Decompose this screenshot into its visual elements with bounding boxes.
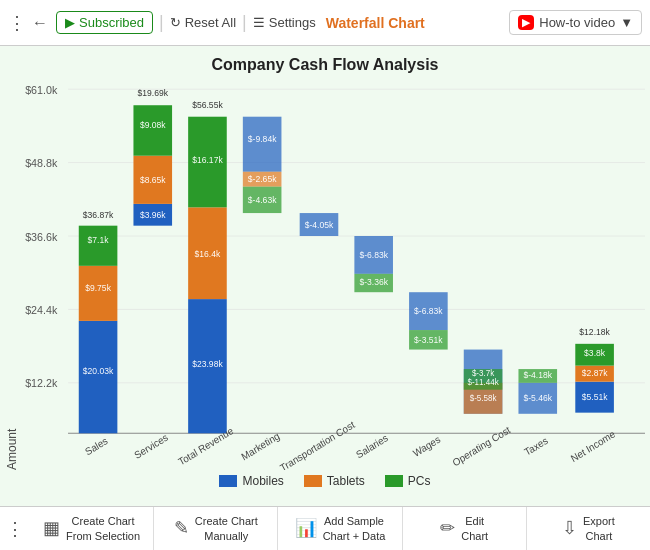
svg-text:$-2.65k: $-2.65k — [248, 174, 277, 184]
btn2-label: Create ChartManually — [195, 514, 258, 543]
svg-text:Marketing: Marketing — [239, 430, 281, 462]
chart-svg: $61.0k $48.8k $36.6k $24.4k $12.2k $20.0… — [23, 80, 645, 470]
svg-text:Taxes: Taxes — [522, 435, 549, 458]
svg-text:Sales: Sales — [83, 435, 109, 458]
svg-text:$-11.44k: $-11.44k — [467, 377, 499, 387]
svg-text:$16.17k: $16.17k — [192, 154, 223, 164]
subscribed-icon: ▶ — [65, 15, 75, 30]
svg-text:Services: Services — [132, 431, 169, 461]
svg-text:$36.6k: $36.6k — [25, 230, 58, 242]
svg-text:$61.0k: $61.0k — [25, 83, 58, 95]
svg-text:$-4.05k: $-4.05k — [305, 220, 334, 230]
mobiles-swatch — [219, 475, 237, 487]
tablets-swatch — [304, 475, 322, 487]
svg-text:$20.03k: $20.03k — [83, 365, 114, 375]
svg-text:$12.18k: $12.18k — [579, 326, 610, 336]
svg-text:$3.8k: $3.8k — [584, 348, 606, 358]
btn4-label: EditChart — [461, 514, 488, 543]
chevron-down-icon: ▼ — [620, 15, 633, 30]
svg-text:Transportation Cost: Transportation Cost — [278, 419, 357, 470]
svg-text:$5.51k: $5.51k — [582, 392, 608, 402]
settings-label: Settings — [269, 15, 316, 30]
svg-text:$24.4k: $24.4k — [25, 304, 58, 316]
sales-tablets — [79, 266, 118, 321]
chart-type-label: Waterfall Chart — [326, 15, 425, 31]
svg-text:$-4.63k: $-4.63k — [248, 194, 277, 204]
edit-icon: ✏ — [440, 517, 455, 540]
svg-text:$-5.46k: $-5.46k — [523, 393, 552, 403]
btn1-label: Create ChartFrom Selection — [66, 514, 140, 543]
chart-add-icon: 📊 — [295, 517, 317, 540]
svg-text:$3.96k: $3.96k — [140, 209, 166, 219]
settings-icon: ☰ — [253, 15, 265, 30]
chart-container: Company Cash Flow Analysis Amount $61.0k… — [0, 46, 650, 506]
svg-text:$-6.83k: $-6.83k — [414, 306, 443, 316]
svg-text:$-3.36k: $-3.36k — [359, 277, 388, 287]
reset-icon: ↻ — [170, 15, 181, 30]
y-axis-label: Amount — [5, 80, 21, 470]
divider2: | — [242, 12, 247, 33]
svg-text:$-4.18k: $-4.18k — [523, 370, 552, 380]
svg-text:$19.69k: $19.69k — [138, 88, 169, 98]
subscribed-button[interactable]: ▶ Subscribed — [56, 11, 153, 34]
services-pcs — [133, 105, 172, 155]
settings-button[interactable]: ☰ Settings — [253, 15, 316, 30]
svg-text:$16.4k: $16.4k — [195, 248, 221, 258]
svg-text:$-3.7k: $-3.7k — [472, 368, 495, 378]
svg-text:$12.2k: $12.2k — [25, 377, 58, 389]
reset-all-button[interactable]: ↻ Reset All — [170, 15, 236, 30]
how-to-button[interactable]: ▶ How-to video ▼ — [509, 10, 642, 35]
bottom-dots[interactable]: ⋮ — [0, 518, 30, 540]
divider1: | — [159, 12, 164, 33]
svg-text:$-6.83k: $-6.83k — [359, 250, 388, 260]
pencil-icon: ✎ — [174, 517, 189, 540]
export-icon: ⇩ — [562, 517, 577, 540]
svg-text:$7.1k: $7.1k — [88, 235, 110, 245]
legend-pcs: PCs — [385, 474, 431, 488]
pcs-label: PCs — [408, 474, 431, 488]
chart-legend: Mobiles Tablets PCs — [5, 474, 645, 488]
subscribed-label: Subscribed — [79, 15, 144, 30]
table-icon: ▦ — [43, 517, 60, 540]
edit-chart-button[interactable]: ✏ EditChart — [403, 507, 527, 550]
sales-mobiles — [79, 321, 118, 433]
menu-dots[interactable]: ⋮ — [8, 12, 26, 34]
svg-text:$9.08k: $9.08k — [140, 120, 166, 130]
btn3-label: Add SampleChart + Data — [323, 514, 386, 543]
svg-text:$-5.58k: $-5.58k — [470, 393, 498, 403]
svg-text:$56.55k: $56.55k — [192, 99, 223, 109]
svg-text:Salaries: Salaries — [354, 432, 389, 460]
svg-text:$9.75k: $9.75k — [85, 283, 111, 293]
chart-title: Company Cash Flow Analysis — [5, 56, 645, 74]
pcs-swatch — [385, 475, 403, 487]
youtube-icon: ▶ — [518, 15, 534, 30]
btn5-label: ExportChart — [583, 514, 615, 543]
legend-tablets: Tablets — [304, 474, 365, 488]
chart-inner: $61.0k $48.8k $36.6k $24.4k $12.2k $20.0… — [23, 80, 645, 470]
how-to-label: How-to video — [539, 15, 615, 30]
top-toolbar: ⋮ ← ▶ Subscribed | ↻ Reset All | ☰ Setti… — [0, 0, 650, 46]
svg-text:$23.98k: $23.98k — [192, 359, 223, 369]
svg-text:$48.8k: $48.8k — [25, 157, 58, 169]
add-sample-chart-button[interactable]: 📊 Add SampleChart + Data — [278, 507, 402, 550]
tablets-label: Tablets — [327, 474, 365, 488]
create-chart-manually-button[interactable]: ✎ Create ChartManually — [154, 507, 278, 550]
export-chart-button[interactable]: ⇩ ExportChart — [527, 507, 650, 550]
svg-text:Wages: Wages — [411, 433, 442, 459]
create-chart-from-selection-button[interactable]: ▦ Create ChartFrom Selection — [30, 507, 154, 550]
svg-text:Operating Cost: Operating Cost — [451, 424, 513, 469]
legend-mobiles: Mobiles — [219, 474, 283, 488]
marketing-mobiles — [243, 117, 282, 172]
back-button[interactable]: ← — [32, 14, 48, 32]
svg-text:$-3.51k: $-3.51k — [414, 334, 443, 344]
sales-pcs — [79, 226, 118, 266]
svg-text:$8.65k: $8.65k — [140, 175, 166, 185]
svg-text:$-9.84k: $-9.84k — [248, 134, 277, 144]
svg-text:$36.87k: $36.87k — [83, 209, 114, 219]
mobiles-label: Mobiles — [242, 474, 283, 488]
svg-text:$2.87k: $2.87k — [582, 368, 608, 378]
bottom-toolbar: ⋮ ▦ Create ChartFrom Selection ✎ Create … — [0, 506, 650, 550]
reset-label: Reset All — [185, 15, 236, 30]
